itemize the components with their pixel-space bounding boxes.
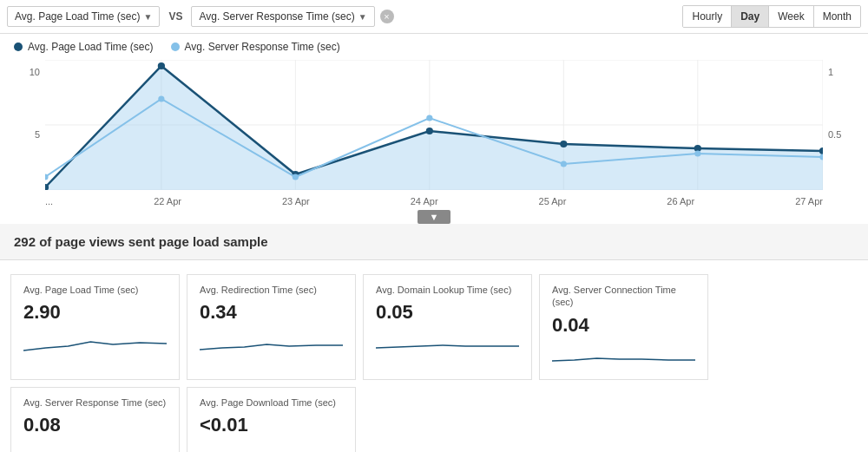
metric-card-server-connection-title: Avg. Server Connection Time (sec): [552, 284, 695, 309]
mini-chart-domain-lookup: [376, 329, 519, 355]
week-button[interactable]: Week: [769, 6, 813, 27]
x-label-start: ...: [45, 196, 53, 206]
metric2-label: Avg. Server Response Time (sec): [199, 10, 354, 23]
mini-chart-redirection: [200, 329, 343, 355]
y-right-top: 1: [828, 67, 854, 77]
metric-card-server-connection: Avg. Server Connection Time (sec) 0.04: [539, 274, 708, 380]
metric-card-redirection: Avg. Redirection Time (sec) 0.34: [187, 274, 356, 380]
y-axis-left: 10 5: [14, 60, 45, 194]
mini-chart-server-response: [23, 442, 167, 452]
legend-label-server-response: Avg. Server Response Time (sec): [185, 41, 340, 53]
y-left-top: 10: [14, 67, 40, 77]
metric2-arrow-icon: ▼: [358, 12, 367, 22]
metric-card-domain-lookup: Avg. Domain Lookup Time (sec) 0.05: [363, 274, 532, 380]
vs-label: VS: [165, 10, 186, 23]
mini-chart-page-download: [200, 442, 343, 452]
y-axis-right: 1 0.5: [823, 60, 854, 194]
page-load-fill: [45, 66, 823, 190]
metric-card-domain-lookup-value: 0.05: [376, 301, 519, 324]
x-axis-labels: ... 22 Apr 23 Apr 24 Apr 25 Apr 26 Apr 2…: [14, 194, 854, 206]
scroll-hint: ▼: [14, 210, 854, 224]
scroll-hint-button[interactable]: ▼: [418, 210, 451, 224]
x-label-24apr: 24 Apr: [411, 196, 438, 206]
metric-card-domain-lookup-title: Avg. Domain Lookup Time (sec): [376, 284, 519, 296]
y-right-mid: 0.5: [828, 129, 854, 140]
time-period-selector: Hourly Day Week Month: [682, 5, 861, 28]
legend-label-page-load: Avg. Page Load Time (sec): [28, 41, 154, 53]
legend-item-server-response: Avg. Server Response Time (sec): [171, 41, 340, 53]
mini-chart-page-load: [23, 329, 167, 355]
metric1-select[interactable]: Avg. Page Load Time (sec) ▼: [7, 6, 160, 27]
metric-card-page-download-title: Avg. Page Download Time (sec): [200, 396, 343, 409]
metric-card-server-response: Avg. Server Response Time (sec) 0.08: [10, 387, 180, 452]
remove-metric2-button[interactable]: ×: [380, 10, 394, 23]
server-response-dot-26apr: [694, 151, 700, 157]
month-button[interactable]: Month: [814, 6, 860, 27]
x-label-26apr: 26 Apr: [667, 196, 694, 206]
metric-card-server-response-value: 0.08: [23, 414, 167, 436]
mini-chart-server-connection: [552, 342, 695, 368]
metric-card-redirection-value: 0.34: [200, 301, 343, 324]
server-response-dot-23apr: [293, 174, 299, 180]
metric1-label: Avg. Page Load Time (sec): [15, 10, 141, 23]
metric-card-page-load-title: Avg. Page Load Time (sec): [23, 284, 167, 296]
server-response-dot-25apr: [561, 161, 567, 167]
legend-item-page-load: Avg. Page Load Time (sec): [14, 41, 154, 53]
metric-card-server-response-title: Avg. Server Response Time (sec): [23, 396, 167, 409]
legend-dot-server-response: [171, 43, 180, 51]
x-label-22apr: 22 Apr: [154, 196, 181, 206]
chart-legend: Avg. Page Load Time (sec) Avg. Server Re…: [0, 34, 868, 60]
metric-card-redirection-title: Avg. Redirection Time (sec): [200, 284, 343, 296]
metric-card-page-download: Avg. Page Download Time (sec) <0.01: [187, 387, 356, 452]
x-label-23apr: 23 Apr: [282, 196, 310, 206]
toolbar: Avg. Page Load Time (sec) ▼ VS Avg. Serv…: [0, 0, 868, 34]
main-chart: [45, 60, 823, 190]
stats-summary: 292 of page views sent page load sample: [0, 224, 868, 260]
page-load-dot-22apr: [158, 62, 165, 69]
metric1-arrow-icon: ▼: [144, 12, 153, 22]
legend-dot-page-load: [14, 43, 23, 51]
metric2-select[interactable]: Avg. Server Response Time (sec) ▼: [191, 6, 374, 27]
page-load-dot-24apr: [426, 128, 433, 134]
hourly-button[interactable]: Hourly: [683, 6, 732, 27]
y-left-mid: 5: [14, 129, 40, 140]
server-response-dot-24apr: [426, 115, 432, 121]
x-label-27apr: 27 Apr: [795, 196, 823, 206]
metric-card-page-load-value: 2.90: [23, 301, 167, 324]
page-load-dot-25apr: [560, 141, 567, 147]
metric-card-page-load: Avg. Page Load Time (sec) 2.90: [10, 274, 180, 380]
day-button[interactable]: Day: [732, 6, 769, 27]
metric-card-page-download-value: <0.01: [200, 414, 343, 436]
metric-cards-container: Avg. Page Load Time (sec) 2.90 Avg. Redi…: [0, 260, 868, 452]
summary-text: 292 of page views sent page load sample: [14, 234, 268, 249]
server-response-dot-22apr: [158, 96, 164, 102]
metric-card-server-connection-value: 0.04: [552, 314, 695, 337]
x-label-25apr: 25 Apr: [539, 196, 567, 206]
